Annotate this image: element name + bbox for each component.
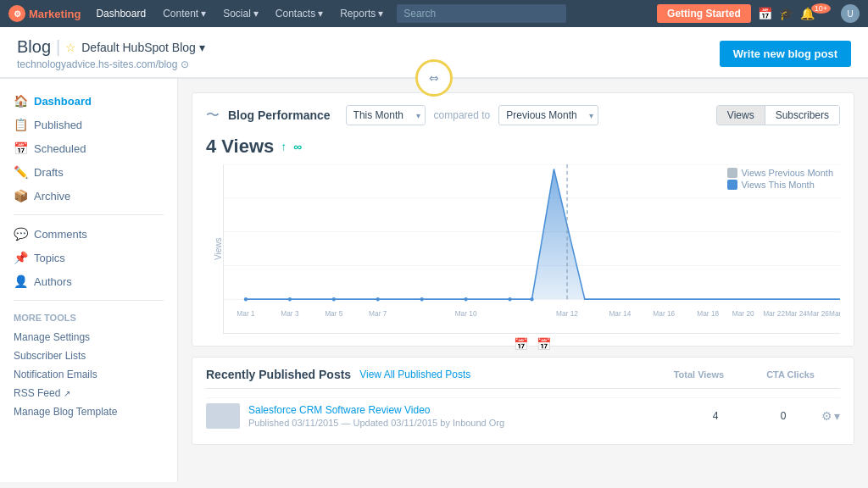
- sidebar-item-drafts[interactable]: ✏️ Drafts: [0, 160, 177, 184]
- sidebar-item-archive[interactable]: 📦 Archive: [0, 184, 177, 208]
- notification-icon[interactable]: 🔔10+: [800, 7, 834, 20]
- nav-item-contacts[interactable]: Contacts ▾: [269, 4, 330, 23]
- topics-icon: 📌: [14, 251, 27, 264]
- nav-item-social[interactable]: Social ▾: [216, 4, 265, 23]
- content-area: 〜 Blog Performance This Month Last Month…: [178, 79, 868, 482]
- nav-item-content[interactable]: Content ▾: [156, 4, 213, 23]
- blog-selector-text: Default HubSpot Blog: [81, 41, 196, 54]
- blog-header: Blog | ☆ Default HubSpot Blog ▾ technolo…: [0, 27, 868, 78]
- sidebar-secondary-section: 💬 Comments 📌 Topics 👤 Authors: [0, 222, 177, 293]
- recently-title: Recently Published Posts: [206, 368, 351, 381]
- blog-selector[interactable]: Default HubSpot Blog ▾: [81, 41, 205, 54]
- svg-text:Mar 7: Mar 7: [369, 309, 387, 318]
- nav-marketing-label: Marketing: [29, 8, 81, 20]
- legend-this-label: Views This Month: [741, 180, 814, 190]
- nav-reports-arrow: ▾: [378, 8, 383, 19]
- svg-text:Mar 12: Mar 12: [556, 309, 578, 318]
- home-icon: 🏠: [14, 94, 27, 108]
- post-title-link[interactable]: Salesforce CRM Software Review Video: [248, 404, 677, 416]
- perf-header: 〜 Blog Performance This Month Last Month…: [206, 105, 840, 125]
- blog-url: technologyadvice.hs-sites.com/blog ⊙: [17, 58, 205, 70]
- prev-month-select[interactable]: Previous Month Previous Year: [498, 105, 598, 125]
- view-all-published-link[interactable]: View All Published Posts: [359, 369, 470, 380]
- manage-blog-template-label: Manage Blog Template: [14, 406, 118, 418]
- rss-feed-label: RSS Feed: [14, 387, 60, 399]
- svg-text:Mar 10: Mar 10: [455, 309, 477, 318]
- chart-wrapper: Views Views Previous Month Views This Mo…: [206, 164, 840, 334]
- nav-right-actions: Getting Started 📅 🎓 🔔10+ U: [657, 4, 860, 23]
- sidebar-item-authors[interactable]: 👤 Authors: [0, 269, 177, 293]
- nav-contacts-label: Contacts: [275, 8, 315, 19]
- compared-to-label: compared to: [434, 109, 491, 121]
- perf-title: Blog Performance: [228, 108, 331, 122]
- svg-text:Mar 18: Mar 18: [697, 309, 719, 318]
- avatar[interactable]: U: [841, 4, 860, 23]
- blog-performance-card: 〜 Blog Performance This Month Last Month…: [192, 92, 854, 347]
- star-icon[interactable]: ☆: [65, 41, 76, 54]
- drafts-icon: ✏️: [14, 165, 27, 179]
- sidebar-link-manage-blog-template[interactable]: Manage Blog Template: [0, 402, 177, 421]
- write-new-blog-post-button[interactable]: Write new blog post: [720, 41, 851, 67]
- subscribers-button[interactable]: Subscribers: [765, 106, 839, 125]
- manage-settings-label: Manage Settings: [14, 331, 90, 343]
- authors-icon: 👤: [14, 274, 27, 288]
- published-icon: 📋: [14, 118, 27, 131]
- infinity-symbol: ∞: [293, 140, 302, 153]
- sidebar-divider-2: [14, 300, 164, 301]
- blog-title-wrap: Blog | ☆ Default HubSpot Blog ▾ technolo…: [17, 37, 205, 70]
- nav-reports-label: Reports: [340, 8, 376, 19]
- nav-contacts-arrow: ▾: [318, 8, 323, 19]
- nav-content-arrow: ▾: [201, 8, 206, 19]
- sidebar-scheduled-label: Scheduled: [34, 142, 86, 155]
- nav-content-label: Content: [163, 8, 198, 19]
- sidebar-link-rss-feed[interactable]: RSS Feed ↗: [0, 384, 177, 402]
- getting-started-button[interactable]: Getting Started: [657, 4, 751, 23]
- svg-text:Mar 16: Mar 16: [653, 309, 675, 318]
- post-views-count: 4: [686, 410, 745, 422]
- graduation-icon[interactable]: 🎓: [779, 7, 793, 20]
- legend-prev-month: Views Previous Month: [727, 168, 833, 178]
- views-button[interactable]: Views: [717, 106, 765, 125]
- sidebar-item-scheduled[interactable]: 📅 Scheduled: [0, 136, 177, 160]
- search-input[interactable]: [397, 4, 566, 23]
- nav-logo: ⚙ Marketing: [8, 5, 81, 22]
- calendar-icon-1[interactable]: 📅: [514, 337, 528, 351]
- prev-month-select-wrap: Previous Month Previous Year ▾: [498, 105, 598, 125]
- views-subscribers-toggle: Views Subscribers: [716, 105, 840, 125]
- sidebar-link-subscriber-lists[interactable]: Subscriber Lists: [0, 347, 177, 365]
- svg-text:Mar 14: Mar 14: [609, 309, 631, 318]
- blog-label: Blog: [17, 37, 51, 57]
- sidebar-published-label: Published: [34, 119, 82, 131]
- sidebar-link-manage-settings[interactable]: Manage Settings: [0, 328, 177, 347]
- sidebar-link-notification-emails[interactable]: Notification Emails: [0, 365, 177, 384]
- chart-y-label: Views: [206, 164, 223, 334]
- calendar-icon[interactable]: 📅: [758, 7, 772, 20]
- sidebar-item-dashboard[interactable]: 🏠 Dashboard: [0, 89, 177, 113]
- nav-item-reports[interactable]: Reports ▾: [333, 4, 390, 23]
- svg-text:Mar 20: Mar 20: [732, 309, 754, 318]
- this-month-select[interactable]: This Month Last Month This Year: [346, 105, 426, 125]
- subscriber-lists-label: Subscriber Lists: [14, 350, 86, 362]
- notification-badge: 10+: [811, 3, 831, 14]
- nav-item-dashboard[interactable]: Dashboard: [89, 4, 153, 23]
- sidebar-authors-label: Authors: [34, 275, 72, 288]
- scheduled-icon: 📅: [14, 141, 27, 155]
- svg-text:Mar 26: Mar 26: [807, 309, 829, 318]
- calendar-icon-2[interactable]: 📅: [537, 337, 551, 351]
- dropdown-arrow-icon: ▾: [199, 41, 205, 54]
- chart-area: Views Previous Month Views This Month: [223, 164, 840, 334]
- svg-text:Mar 22: Mar 22: [763, 309, 785, 318]
- views-number: 4 Views: [206, 136, 274, 158]
- sidebar-item-published[interactable]: 📋 Published: [0, 113, 177, 136]
- top-navigation: ⚙ Marketing Dashboard Content ▾ Social ▾…: [0, 0, 868, 27]
- post-settings-gear[interactable]: ⚙ ▾: [821, 409, 840, 423]
- sidebar-dashboard-label: Dashboard: [34, 95, 92, 108]
- recently-header: Recently Published Posts View All Publis…: [206, 368, 840, 389]
- legend-this-month: Views This Month: [727, 180, 833, 190]
- table-row: Salesforce CRM Software Review Video Pub…: [206, 397, 840, 434]
- blog-title: Blog | ☆ Default HubSpot Blog ▾: [17, 37, 205, 57]
- svg-text:Mar 28: Mar 28: [829, 309, 840, 318]
- sidebar-item-comments[interactable]: 💬 Comments: [0, 222, 177, 246]
- nav-social-arrow: ▾: [253, 8, 259, 19]
- sidebar-item-topics[interactable]: 📌 Topics: [0, 246, 177, 269]
